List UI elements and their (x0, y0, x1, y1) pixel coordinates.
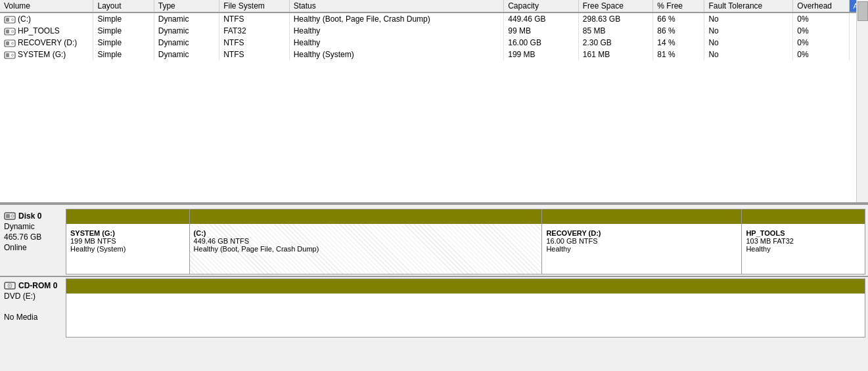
cell-filesystem: NTFS (219, 12, 289, 25)
col-header-overhead[interactable]: Overhead (793, 0, 849, 12)
partition-status: Healthy (546, 245, 737, 253)
disk0-row: Disk 0 Dynamic 465.76 GB Online SYSTEM (… (0, 209, 868, 274)
cell-freespace: 85 MB (578, 25, 653, 37)
col-header-volume[interactable]: Volume (0, 0, 93, 12)
volumes-table: Volume Layout Type File System Status Ca… (0, 0, 868, 60)
cell-capacity: 199 MB (504, 49, 579, 60)
col-header-type[interactable]: Type (154, 0, 219, 12)
cell-type: Dynamic (154, 37, 219, 49)
partition[interactable]: HP_TOOLS 103 MB FAT32 Healthy (742, 209, 865, 274)
cdrom0-name: CD-ROM 0 (18, 281, 57, 290)
cell-layout: Simple (93, 49, 154, 60)
cell-fault: No (704, 37, 793, 49)
svg-rect-4 (6, 30, 9, 33)
partition-content: HP_TOOLS 103 MB FAT32 Healthy (746, 229, 861, 253)
partition[interactable]: (C:) 449.46 GB NTFS Healthy (Boot, Page … (190, 209, 543, 274)
cell-status: Healthy (System) (289, 49, 504, 60)
cdrom0-header-bar (66, 279, 865, 294)
vertical-scrollbar[interactable] (856, 0, 868, 202)
partition-content: RECOVERY (D:) 16.00 GB NTFS Healthy (546, 229, 737, 253)
cell-layout: Simple (93, 37, 154, 49)
col-header-layout[interactable]: Layout (93, 0, 154, 12)
cell-freespace: 161 MB (578, 49, 653, 60)
col-header-status[interactable]: Status (289, 0, 504, 12)
cell-status: Healthy (Boot, Page File, Crash Dump) (289, 12, 504, 25)
partition-header-bar (190, 209, 542, 224)
separator (0, 204, 868, 205)
disk0-status: Online (4, 243, 62, 252)
partition-status: Healthy (System) (70, 245, 185, 253)
cell-fault: No (704, 25, 793, 37)
cell-type: Dynamic (154, 49, 219, 60)
svg-rect-1 (6, 18, 9, 22)
main-container: Volume Layout Type File System Status Ca… (0, 0, 868, 371)
svg-rect-7 (6, 41, 9, 45)
disk-icon (4, 211, 16, 221)
table-row[interactable]: HP_TOOLSSimpleDynamicFAT32Healthy99 MB85… (0, 25, 868, 37)
cdrom0-status: No Media (4, 313, 62, 322)
partition-name: SYSTEM (G:) (70, 229, 185, 237)
svg-rect-13 (6, 214, 10, 218)
disk0-type: Dynamic (4, 222, 62, 231)
cell-pctfree: 86 % (653, 25, 704, 37)
table-row[interactable]: SYSTEM (G:)SimpleDynamicNTFSHealthy (Sys… (0, 49, 868, 60)
col-header-filesystem[interactable]: File System (219, 0, 289, 12)
svg-point-5 (12, 30, 14, 32)
partition-content: (C:) 449.46 GB NTFS Healthy (Boot, Page … (194, 229, 538, 253)
cdrom0-area (66, 278, 865, 338)
svg-point-11 (12, 54, 14, 56)
col-header-capacity[interactable]: Capacity (504, 0, 579, 12)
partition-name: (C:) (194, 229, 538, 237)
cell-freespace: 298.63 GB (578, 12, 653, 25)
cell-capacity: 99 MB (504, 25, 579, 37)
col-header-pctfree[interactable]: % Free (653, 0, 704, 12)
col-header-fault[interactable]: Fault Tolerance (704, 0, 793, 12)
svg-point-14 (11, 215, 14, 217)
scrollbar-thumb[interactable] (857, 1, 868, 21)
cell-status: Healthy (289, 25, 504, 37)
partition-name: RECOVERY (D:) (546, 229, 737, 237)
cell-capacity: 16.00 GB (504, 37, 579, 49)
cell-volume: RECOVERY (D:) (0, 37, 93, 49)
partition-size-fs: 449.46 GB NTFS (194, 237, 538, 245)
disk0-size: 465.76 GB (4, 232, 62, 242)
cell-volume: SYSTEM (G:) (0, 49, 93, 60)
cdrom0-type: DVD (E:) (4, 292, 62, 301)
svg-point-17 (9, 285, 11, 286)
cell-layout: Simple (93, 12, 154, 25)
cell-overhead: 0% (793, 12, 849, 25)
cell-filesystem: FAT32 (219, 25, 289, 37)
cell-status: Healthy (289, 37, 504, 49)
cell-volume: (C:) (0, 12, 93, 25)
cdrom-icon (4, 281, 16, 290)
partition[interactable]: SYSTEM (G:) 199 MB NTFS Healthy (System) (66, 209, 190, 274)
cell-overhead: 0% (793, 37, 849, 49)
partition-status: Healthy (Boot, Page File, Crash Dump) (194, 245, 538, 253)
cell-layout: Simple (93, 25, 154, 37)
cell-capacity: 449.46 GB (504, 12, 579, 25)
cell-pctfree: 66 % (653, 12, 704, 25)
cdrom0-label: CD-ROM 0 DVD (E:) No Media (0, 278, 66, 338)
partition-header-bar (742, 209, 865, 224)
cell-fault: No (704, 49, 793, 60)
col-header-freespace[interactable]: Free Space (578, 0, 653, 12)
table-row[interactable]: (C:)SimpleDynamicNTFSHealthy (Boot, Page… (0, 12, 868, 25)
disk-visual-area: Disk 0 Dynamic 465.76 GB Online SYSTEM (… (0, 206, 868, 371)
svg-rect-10 (6, 53, 9, 57)
disk0-label: Disk 0 Dynamic 465.76 GB Online (0, 209, 66, 274)
cell-pctfree: 14 % (653, 37, 704, 49)
partition[interactable]: RECOVERY (D:) 16.00 GB NTFS Healthy (542, 209, 742, 274)
cell-type: Dynamic (154, 25, 219, 37)
partition-header-bar (542, 209, 741, 224)
partition-size-fs: 103 MB FAT32 (746, 237, 861, 245)
disk0-partitions: SYSTEM (G:) 199 MB NTFS Healthy (System)… (66, 209, 865, 274)
cdrom0-row: CD-ROM 0 DVD (E:) No Media (0, 278, 868, 338)
cell-filesystem: NTFS (219, 37, 289, 49)
svg-point-8 (12, 42, 14, 44)
cell-fault: No (704, 12, 793, 25)
cell-pctfree: 81 % (653, 49, 704, 60)
table-row[interactable]: RECOVERY (D:)SimpleDynamicNTFSHealthy16.… (0, 37, 868, 49)
partition-name: HP_TOOLS (746, 229, 861, 237)
partition-header-bar (66, 209, 189, 224)
partition-size-fs: 199 MB NTFS (70, 237, 185, 245)
